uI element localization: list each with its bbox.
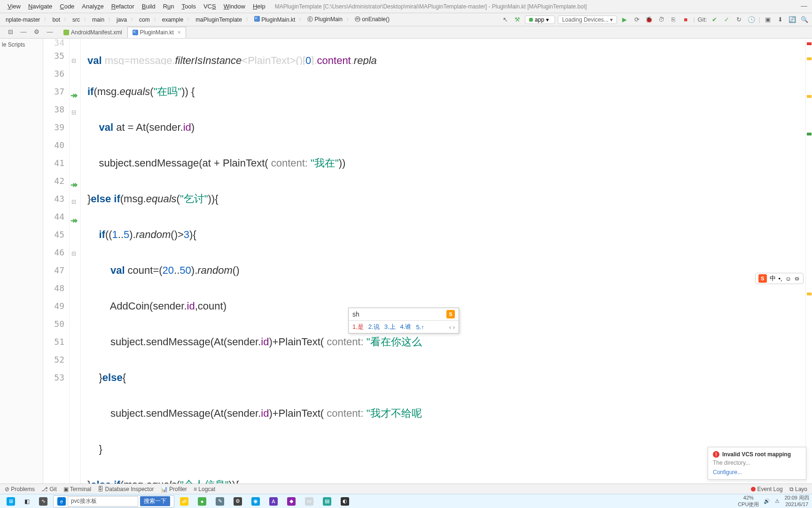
menu-view[interactable]: View: [4, 2, 24, 11]
run-icon[interactable]: ▶: [620, 15, 629, 24]
menu-build[interactable]: Build: [138, 2, 159, 11]
tool-profiler[interactable]: 📊 Profiler: [161, 486, 187, 492]
tool-logcat[interactable]: ≡ Logcat: [194, 486, 215, 492]
crumb[interactable]: maPluginTemplate: [193, 16, 245, 24]
event-log[interactable]: Event Log: [751, 486, 783, 492]
taskbar-app[interactable]: ∿: [35, 495, 51, 508]
back-icon[interactable]: ↖: [500, 15, 510, 24]
sdk-icon[interactable]: ⬇: [775, 15, 785, 24]
git-history-icon[interactable]: 🕓: [747, 15, 756, 24]
ime-candidates[interactable]: 1.是 2.说 3.上 4.谁 5.↑ ‹ ›: [349, 321, 459, 333]
taskbar-app[interactable]: ⚙: [230, 495, 246, 508]
crumb[interactable]: java: [114, 16, 130, 24]
tool-window-bar: ⊘ Problems ⎇ Git ▣ Terminal 🗄 Database I…: [0, 484, 812, 494]
vcs-change-icon: ↠: [70, 215, 78, 223]
git-commit-icon[interactable]: ✔: [710, 15, 719, 24]
debug-icon[interactable]: 🐞: [644, 15, 654, 24]
taskbar-ie[interactable]: e pvc接水板 搜索一下: [53, 495, 174, 508]
hide-icon[interactable]: —: [45, 27, 55, 36]
apply-changes-icon[interactable]: ⟳: [632, 15, 641, 24]
stop-icon[interactable]: ■: [681, 15, 690, 24]
attach-icon[interactable]: ⎘: [669, 15, 678, 24]
project-icon[interactable]: ⊟: [6, 27, 15, 36]
vcs-change-icon: ↠: [70, 90, 78, 98]
crumb[interactable]: ⓜ onEnable(): [352, 15, 392, 24]
error-stripe[interactable]: [805, 39, 812, 484]
taskbar-explorer[interactable]: 📁: [176, 495, 192, 508]
start-button[interactable]: ⊞: [3, 495, 19, 508]
cpu-usage: 42%CPU使用: [738, 495, 759, 507]
menu-code[interactable]: Code: [56, 2, 78, 11]
window-title: MAPluginTemplate [C:\Users\Administrator…: [269, 3, 808, 10]
tool-git[interactable]: ⎇ Git: [41, 486, 57, 492]
search-icon[interactable]: 🔍: [800, 15, 809, 24]
git-update-icon[interactable]: ↻: [734, 15, 744, 24]
minimize-icon[interactable]: —: [801, 2, 807, 9]
menu-refactor[interactable]: Refactor: [108, 2, 138, 11]
menu-run[interactable]: Run: [159, 2, 178, 11]
ime-popup[interactable]: sh S 1.是 2.说 3.上 4.谁 5.↑ ‹ ›: [348, 308, 459, 333]
system-tray[interactable]: 42%CPU使用 🔊 ⚠ 20:09 周四2021/6/17: [738, 495, 809, 507]
fold-column[interactable]: ↠ ↠ ↠ ⊟ ⊟ ⊟ ⊟: [70, 39, 81, 484]
ime-language-bar[interactable]: S 中 •, ☺ ⛭: [755, 273, 804, 284]
crumb[interactable]: main: [89, 16, 107, 24]
taskbar-app[interactable]: ◆: [283, 495, 299, 508]
device-dropdown[interactable]: Loading Devices... ▾: [558, 16, 617, 24]
avd-icon[interactable]: ▣: [763, 15, 773, 24]
taskbar-app[interactable]: ▭: [301, 495, 317, 508]
search-button[interactable]: 搜索一下: [140, 496, 170, 506]
tray-icon[interactable]: ⚠: [775, 498, 780, 504]
collapse-icon[interactable]: —: [19, 27, 28, 36]
crumb[interactable]: PluginMain.kt: [251, 15, 298, 24]
taskbar-app[interactable]: ▤: [319, 495, 335, 508]
crumb[interactable]: example: [159, 16, 186, 24]
git-label: Git:: [698, 15, 707, 24]
ime-pager[interactable]: ‹ ›: [449, 324, 455, 331]
taskbar-app[interactable]: ●: [194, 495, 210, 508]
taskbar-app[interactable]: A: [265, 495, 281, 508]
tray-icon[interactable]: 🔊: [764, 498, 770, 504]
menu-navigate[interactable]: Navigate: [24, 2, 56, 11]
nav-bar: nplate-master〉 bot〉 src〉 main〉 java〉 com…: [0, 13, 812, 26]
ime-input: sh: [352, 310, 359, 318]
taskbar-app[interactable]: ✎: [212, 495, 228, 508]
task-view[interactable]: ◧: [21, 495, 33, 508]
crumb[interactable]: ⓒ PluginMain: [304, 15, 345, 24]
menu-help[interactable]: Help: [249, 2, 269, 11]
crumb[interactable]: src: [70, 16, 83, 24]
crumb[interactable]: com: [136, 16, 153, 24]
error-icon: !: [713, 451, 719, 458]
tool-terminal[interactable]: ▣ Terminal: [63, 486, 91, 492]
gear-icon[interactable]: ⚙: [32, 27, 41, 36]
tab-androidmanifest[interactable]: AndroidManifest.xml: [58, 27, 127, 38]
menu-window[interactable]: Window: [220, 2, 249, 11]
layout-inspector[interactable]: ⧉ Layo: [789, 486, 807, 492]
configure-link[interactable]: Configure...: [713, 469, 801, 476]
clock[interactable]: 20:09 周四2021/6/17: [784, 495, 809, 507]
scripts-panel[interactable]: le Scripts: [0, 39, 43, 484]
sogou-icon: S: [758, 274, 767, 283]
taskbar-app[interactable]: ◉: [248, 495, 264, 508]
tool-database-inspector[interactable]: 🗄 Database Inspector: [98, 486, 154, 492]
menu-analyze[interactable]: Analyze: [78, 2, 107, 11]
taskbar-app[interactable]: ◐: [337, 495, 353, 508]
inspection-summary[interactable]: ⬤ 1 ▲ 4 ▲ 8 ✎ 1: [756, 39, 802, 44]
hammer-icon[interactable]: ⚒: [513, 15, 522, 24]
editor-tabs: ⊟ — ⚙ — AndroidManifest.xml PluginMain.k…: [0, 26, 812, 39]
crumb[interactable]: nplate-master: [3, 16, 43, 24]
breadcrumb: nplate-master〉 bot〉 src〉 main〉 java〉 com…: [3, 15, 392, 24]
tool-problems[interactable]: ⊘ Problems: [5, 486, 35, 492]
windows-taskbar[interactable]: ⊞ ◧ ∿ e pvc接水板 搜索一下 📁 ● ✎ ⚙ ◉ A ◆ ▭ ▤ ◐ …: [0, 494, 812, 508]
git-push-icon[interactable]: ✓: [722, 15, 732, 24]
sync-icon[interactable]: 🔄: [788, 15, 797, 24]
profiler-icon[interactable]: ⏱: [656, 15, 666, 24]
crumb[interactable]: bot: [49, 16, 63, 24]
code-editor[interactable]: val msg=message.filterIsInstance<PlainTe…: [81, 39, 805, 484]
vcs-change-icon: ↠: [70, 180, 78, 187]
run-config-dropdown[interactable]: app ▾: [525, 16, 555, 24]
menu-vcs[interactable]: VCS: [200, 2, 220, 11]
tab-pluginmain[interactable]: PluginMain.kt×: [127, 27, 186, 38]
close-icon[interactable]: ×: [178, 29, 181, 36]
notification-panel: !Invalid VCS root mapping The directory.…: [708, 447, 806, 480]
menu-tools[interactable]: Tools: [178, 2, 200, 11]
